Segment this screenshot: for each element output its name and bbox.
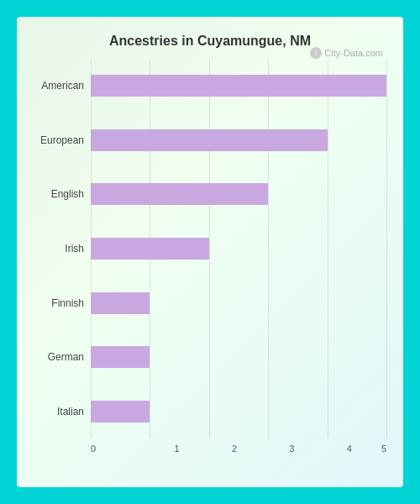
grid-line-5: [386, 59, 387, 438]
bar-rect-italian: [91, 401, 150, 423]
x-tick-2: 2: [206, 444, 263, 454]
bar-cell-american: [91, 66, 386, 105]
labels-column: AmericanEuropeanEnglishIrishFinnishGerma…: [34, 59, 91, 438]
x-tick-5: 5: [378, 444, 386, 454]
watermark-text: City-Data.com: [324, 48, 383, 58]
bar-label-finnish: Finnish: [34, 284, 91, 323]
bar-rect-european: [91, 129, 328, 151]
bar-cell-english: [91, 175, 386, 213]
bar-rect-english: [91, 183, 268, 205]
bar-cell-irish: [91, 229, 386, 268]
rows-and-grid: AmericanEuropeanEnglishIrishFinnishGerma…: [34, 59, 386, 438]
watermark-icon: i: [310, 47, 322, 59]
x-tick-1: 1: [148, 444, 205, 454]
bar-rect-american: [91, 75, 386, 97]
bar-label-european: European: [34, 121, 91, 160]
bars-column: [91, 59, 386, 438]
bar-label-english: English: [34, 175, 91, 213]
bar-cell-european: [91, 121, 386, 160]
bar-label-irish: Irish: [34, 229, 91, 268]
bar-label-german: German: [34, 338, 91, 376]
bar-cell-finnish: [91, 284, 386, 323]
x-tick-0: 0: [91, 444, 148, 454]
bar-rect-german: [91, 346, 150, 368]
watermark: i City-Data.com: [310, 47, 383, 59]
x-tick-3: 3: [263, 444, 320, 454]
bar-label-american: American: [34, 66, 91, 105]
bar-rect-finnish: [91, 292, 150, 314]
x-tick-4: 4: [321, 444, 378, 454]
chart-body: AmericanEuropeanEnglishIrishFinnishGerma…: [34, 59, 386, 454]
bar-cell-italian: [91, 392, 386, 431]
bar-label-italian: Italian: [34, 392, 91, 431]
chart-container: Ancestries in Cuyamungue, NM i City-Data…: [17, 17, 403, 487]
bar-cell-german: [91, 338, 386, 376]
x-axis: 012345: [91, 444, 386, 454]
bar-rect-irish: [91, 238, 209, 260]
